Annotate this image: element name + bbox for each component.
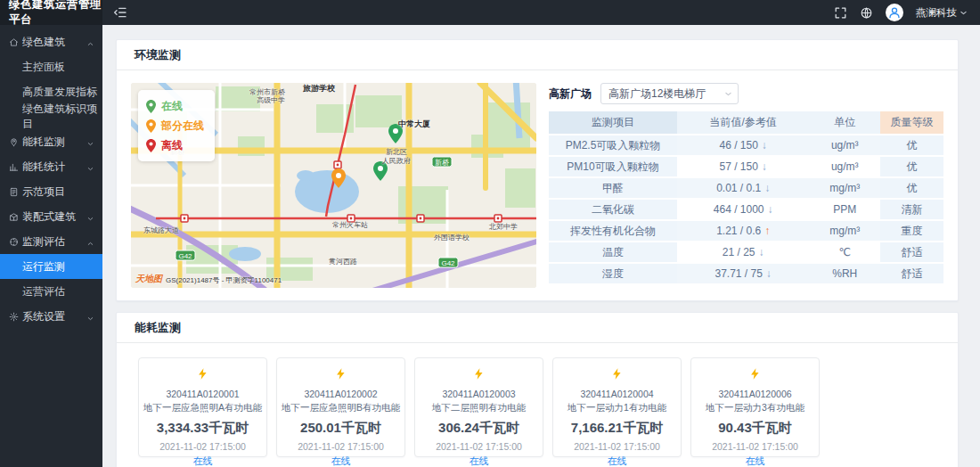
sidebar-item-label: 监测评估: [22, 234, 65, 250]
site-map[interactable]: G42G42新桥 旅游学校常州市新桥高级中学中常大厦新北区人民政府新桥常州火车站…: [131, 83, 536, 288]
sidebar-subitem-绿色建筑标识项目[interactable]: 绿色建筑标识项目: [0, 104, 102, 129]
legend-item-离线: 离线: [146, 135, 204, 155]
meter-status: 在线: [139, 455, 266, 467]
sidebar-nav: 绿色建筑主控面板高质量发展指标绿色建筑标识项目能耗监测能耗统计示范项目装配式建筑…: [0, 25, 102, 467]
gear-icon: [9, 312, 19, 322]
sidebar-item-能耗监测[interactable]: 能耗监测: [0, 129, 102, 154]
map-place-label: 东城路大道: [143, 227, 179, 234]
map-place-label: 北郊中学: [489, 224, 518, 231]
current-reference-value: 21 / 25↓: [677, 242, 809, 263]
table-row: 湿度37.71 / 75↓%RH舒适: [549, 263, 943, 284]
sidebar-item-label: 绿色建筑: [22, 35, 65, 50]
column-header: 监测项目: [549, 111, 677, 135]
monitor-item: 二氧化碳: [549, 199, 677, 220]
room-select[interactable]: 高新广场12楼电梯厅: [600, 83, 739, 104]
map-legend: 在线部分在线离线: [138, 90, 215, 161]
unit: mg/m³: [809, 177, 880, 199]
map-place-label: 新北区: [386, 149, 407, 156]
meter-timestamp: 2021-11-02 17:15:00: [415, 441, 543, 452]
map-place-label: 高级中学: [257, 97, 285, 104]
table-row: 甲醛0.01 / 0.1↓mg/m³优: [549, 177, 943, 199]
sidebar-item-系统设置[interactable]: 系统设置: [0, 304, 102, 329]
main-content: 环境监测: [102, 25, 980, 467]
meter-value: 250.01千瓦时: [277, 420, 404, 437]
fullscreen-icon[interactable]: [834, 6, 847, 20]
legend-label: 离线: [161, 138, 183, 153]
map-place-label: 常州市新桥: [249, 89, 285, 96]
meter-value: 3,334.33千瓦时: [139, 420, 266, 437]
energy-meter-card[interactable]: 320411A0120003地下二层照明有功电能306.24千瓦时2021-11…: [414, 357, 543, 457]
legend-label: 部分在线: [161, 119, 204, 134]
user-name: 燕澜科技: [916, 6, 957, 20]
energy-meter-card[interactable]: 320411A0120002地下一层应急照明B有功电能250.01千瓦时2021…: [276, 357, 405, 457]
current-reference-value: 57 / 150↓: [677, 156, 809, 177]
table-row: 温度21 / 25↓℃舒适: [549, 242, 943, 263]
table-row: 挥发性有机化合物1.21 / 0.6↑mg/m³重度: [549, 220, 943, 242]
current-reference-value: 464 / 1000↓: [677, 199, 809, 220]
home-icon: [9, 37, 19, 47]
map-place-label: 旅游学校: [303, 85, 335, 93]
energy-meter-card[interactable]: 320411A0120004地下一层动力1有功电能7,166.21千瓦时2021…: [552, 357, 682, 457]
legend-item-在线: 在线: [146, 96, 204, 116]
sidebar-subitem-运行监测[interactable]: 运行监测: [0, 254, 102, 279]
meter-status: 在线: [553, 455, 681, 467]
chevron-down-icon: [86, 213, 94, 221]
sidebar-item-label: 示范项目: [22, 184, 65, 200]
chevron-down-icon: [724, 90, 732, 98]
tianditu-logo: 天地图: [135, 273, 162, 285]
chart-icon: [9, 162, 19, 172]
meter-code: 320411A0120003: [415, 389, 543, 399]
energy-meter-card[interactable]: 320411A0120006地下一层动力3有功电能90.43千瓦时2021-11…: [690, 357, 820, 457]
quality-grade: 优: [880, 135, 943, 156]
user-avatar[interactable]: [886, 4, 903, 21]
language-icon[interactable]: [860, 6, 873, 20]
monitor-item: 温度: [549, 242, 677, 263]
sidebar-subitem-主控面板[interactable]: 主控面板: [0, 54, 102, 79]
current-reference-value: 0.01 / 0.1↓: [677, 177, 809, 199]
current-reference-value: 1.21 / 0.6↑: [677, 220, 809, 242]
trend-down-icon: ↓: [762, 160, 767, 173]
sidebar-item-label: 能耗统计: [22, 160, 65, 175]
lightning-icon: [610, 368, 624, 383]
sidebar-subitem-运营评估[interactable]: 运营评估: [0, 279, 102, 304]
monitor-item: PM2.5可吸入颗粒物: [549, 135, 677, 156]
unit: ug/m³: [809, 156, 880, 177]
meter-timestamp: 2021-11-02 17:15:00: [277, 441, 404, 452]
svg-text:G42: G42: [441, 259, 455, 267]
energy-meter-card[interactable]: 320411A0120001地下一层应急照明A有功电能3,334.33千瓦时20…: [138, 357, 267, 457]
sidebar-subitem-高质量发展指标[interactable]: 高质量发展指标: [0, 79, 102, 104]
column-header: 单位: [809, 111, 880, 135]
sidebar-item-装配式建筑[interactable]: 装配式建筑: [0, 204, 102, 229]
column-header: 质量等级: [880, 111, 943, 135]
unit: PPM: [809, 199, 880, 220]
trend-down-icon: ↓: [764, 182, 770, 194]
meter-name: 地下一层应急照明B有功电能: [277, 402, 404, 414]
map-pin-icon: [146, 119, 156, 133]
meter-name: 地下二层照明有功电能: [415, 402, 543, 414]
monitor-item: 挥发性有机化合物: [549, 220, 677, 242]
meter-name: 地下一层应急照明A有功电能: [139, 402, 266, 414]
lightning-icon: [196, 368, 209, 383]
energy-cards: 320411A0120001地下一层应急照明A有功电能3,334.33千瓦时20…: [117, 343, 958, 467]
sidebar-item-示范项目[interactable]: 示范项目: [0, 179, 102, 204]
monitor-item: PM10可吸入颗粒物: [549, 156, 677, 177]
chevron-down-icon: [86, 313, 94, 321]
sidebar-item-能耗统计[interactable]: 能耗统计: [0, 154, 102, 179]
user-menu[interactable]: 燕澜科技: [916, 6, 968, 20]
top-header: 绿色建筑运营管理平台 燕澜科技: [0, 0, 980, 25]
map-place-label: 中常大厦: [398, 120, 430, 128]
menu-fold-icon[interactable]: [113, 5, 127, 20]
map-license-text: GS(2021)1487号 - 甲测资字1100471: [166, 275, 282, 285]
quality-grade: 舒适: [880, 242, 943, 263]
table-row: 二氧化碳464 / 1000↓PPM清新: [549, 199, 943, 220]
sidebar-item-绿色建筑[interactable]: 绿色建筑: [0, 29, 102, 54]
meter-code: 320411A0120006: [691, 389, 819, 399]
trend-down-icon: ↓: [766, 267, 772, 280]
unit: mg/m³: [809, 220, 880, 242]
chevron-up-icon: [86, 38, 94, 46]
meter-timestamp: 2021-11-02 17:15:00: [691, 441, 819, 452]
environment-table: 监测项目当前值/参考值单位质量等级 PM2.5可吸入颗粒物46 / 150↓ug…: [549, 111, 943, 285]
meter-value: 90.43千瓦时: [691, 420, 819, 437]
sidebar-item-监测评估[interactable]: 监测评估: [0, 229, 102, 254]
unit: ℃: [809, 242, 880, 263]
